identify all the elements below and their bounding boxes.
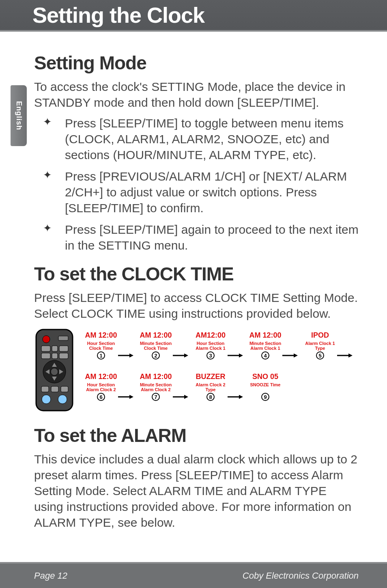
- svg-marker-25: [129, 353, 133, 358]
- clock-flow-diagram: AM 12:00Hour SectionClock Time1AM 12:00M…: [34, 326, 359, 416]
- svg-text:Alarm Clock 1: Alarm Clock 1: [250, 346, 280, 351]
- language-tab: English: [11, 85, 27, 146]
- svg-text:5: 5: [318, 353, 321, 359]
- svg-text:AM 12:00: AM 12:00: [140, 373, 172, 381]
- svg-rect-5: [59, 346, 68, 351]
- svg-text:7: 7: [154, 394, 157, 400]
- svg-text:Alarm Clock 2: Alarm Clock 2: [86, 387, 116, 392]
- svg-marker-31: [184, 353, 188, 358]
- footer-company: Coby Electronics Corporation: [243, 571, 359, 581]
- svg-rect-4: [52, 346, 58, 351]
- svg-text:Clock Time: Clock Time: [89, 346, 113, 351]
- svg-rect-7: [52, 353, 58, 359]
- svg-text:Hour Section: Hour Section: [87, 341, 115, 346]
- title-bar: Setting the Clock: [0, 0, 387, 32]
- svg-marker-55: [129, 395, 133, 399]
- section-heading-setting-mode: Setting Mode: [34, 52, 359, 74]
- footer-page-number: Page 12: [34, 571, 67, 581]
- svg-text:SNO 05: SNO 05: [252, 373, 278, 381]
- svg-text:SNOOZE Time: SNOOZE Time: [250, 382, 281, 387]
- svg-text:4: 4: [264, 353, 267, 359]
- bullet-list: Press [SLEEP/TIME] to toggle between men…: [34, 115, 359, 253]
- svg-rect-8: [59, 353, 68, 359]
- svg-text:Hour Section: Hour Section: [87, 382, 115, 387]
- svg-text:Minute Section: Minute Section: [140, 341, 172, 346]
- svg-point-14: [51, 368, 58, 375]
- svg-point-1: [43, 336, 50, 343]
- svg-text:Type: Type: [315, 346, 325, 351]
- svg-rect-6: [41, 353, 50, 359]
- svg-text:AM 12:00: AM 12:00: [249, 331, 281, 339]
- svg-text:1: 1: [99, 353, 102, 359]
- svg-marker-61: [184, 395, 188, 399]
- content-area: Setting Mode To access the clock's SETTI…: [0, 32, 387, 530]
- section-heading-clock-time: To set the CLOCK TIME: [34, 263, 359, 285]
- bullet-item: Press [PREVIOUS/ALARM 1/CH] or [NEXT/ AL…: [43, 168, 359, 216]
- svg-text:Clock Time: Clock Time: [144, 346, 168, 351]
- svg-text:BUZZER: BUZZER: [196, 373, 226, 381]
- svg-text:9: 9: [264, 394, 267, 400]
- alarm-body: This device includes a dual alarm clock …: [34, 451, 359, 530]
- svg-marker-49: [348, 353, 353, 358]
- clock-time-body: Press [SLEEP/TIME] to access CLOCK TIME …: [34, 290, 359, 321]
- svg-point-18: [42, 395, 51, 404]
- svg-marker-43: [294, 353, 298, 358]
- svg-text:AM 12:00: AM 12:00: [85, 331, 117, 339]
- svg-rect-17: [61, 386, 68, 392]
- svg-text:AM 12:00: AM 12:00: [85, 373, 117, 381]
- svg-rect-2: [58, 336, 68, 340]
- svg-text:Type: Type: [206, 387, 216, 392]
- svg-text:Alarm Clock 1: Alarm Clock 1: [196, 346, 225, 351]
- svg-point-19: [58, 395, 67, 404]
- svg-text:Hour Section: Hour Section: [197, 341, 225, 346]
- svg-rect-15: [41, 386, 49, 392]
- svg-rect-3: [41, 346, 50, 351]
- svg-text:IPOD: IPOD: [311, 331, 329, 339]
- setting-mode-intro: To access the clock's SETTING Mode, plac…: [34, 79, 359, 110]
- bullet-item: Press [SLEEP/TIME] to toggle between men…: [43, 115, 359, 163]
- svg-text:AM 12:00: AM 12:00: [140, 331, 172, 339]
- svg-text:6: 6: [99, 394, 102, 400]
- svg-text:Alarm Clock 2: Alarm Clock 2: [141, 387, 170, 392]
- svg-text:Alarm Clock 2: Alarm Clock 2: [196, 382, 225, 387]
- svg-text:Minute Section: Minute Section: [249, 341, 282, 346]
- remote-control-icon: [36, 330, 73, 411]
- footer-bg: Page 12 Coby Electronics Corporation: [0, 564, 387, 588]
- svg-text:2: 2: [154, 353, 157, 359]
- svg-text:3: 3: [209, 353, 212, 359]
- svg-text:Alarm Clock 1: Alarm Clock 1: [305, 341, 335, 346]
- page-title: Setting the Clock: [32, 2, 387, 28]
- svg-marker-67: [239, 395, 243, 399]
- svg-rect-16: [51, 386, 58, 392]
- bullet-item: Press [SLEEP/TIME] again to proceed to t…: [43, 222, 359, 253]
- section-heading-alarm: To set the ALARM: [34, 424, 359, 446]
- svg-text:Minute Section: Minute Section: [140, 382, 172, 387]
- svg-text:8: 8: [209, 394, 212, 400]
- svg-marker-37: [239, 353, 243, 358]
- svg-text:AM12:00: AM12:00: [196, 331, 226, 339]
